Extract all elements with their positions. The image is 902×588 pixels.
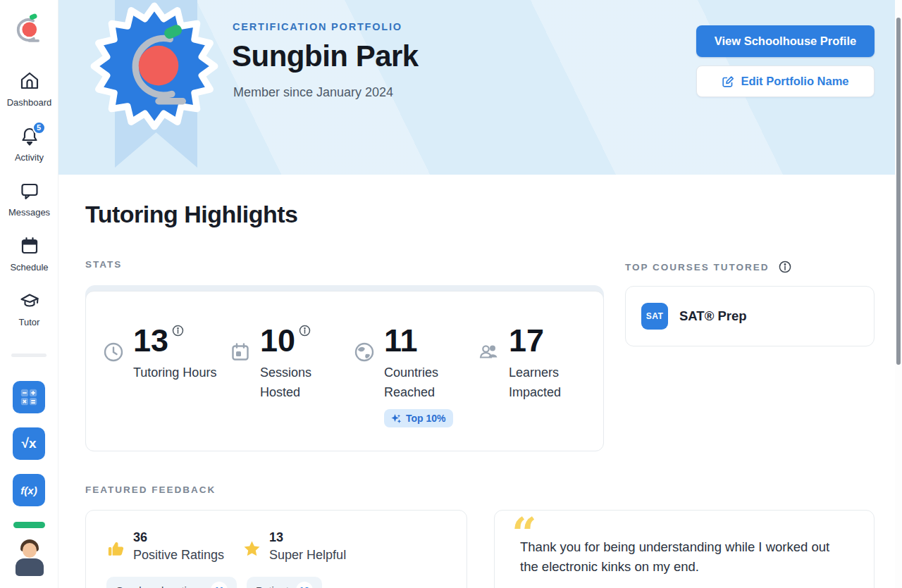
sparkle-icon: [391, 413, 402, 424]
tag-label: Good explanations: [116, 584, 204, 588]
stat-value: 13: [133, 323, 168, 359]
sidebar-item-label: Dashboard: [0, 97, 58, 108]
schoolhouse-logo-icon[interactable]: [13, 8, 45, 45]
info-icon[interactable]: [779, 261, 791, 273]
scrollbar-thumb[interactable]: [896, 18, 901, 365]
stat-sessions-hosted: 10 Sessions Hosted: [230, 323, 333, 402]
sqrt-glyph: √x: [22, 436, 37, 451]
edit-pencil-icon: [722, 75, 734, 88]
certification-badge: [87, 0, 222, 134]
stats-card-accent: 13 Tutoring Hours: [85, 285, 604, 451]
rating-value: 36: [133, 529, 224, 546]
course-name: SAT® Prep: [679, 308, 747, 324]
stats-card: 13 Tutoring Hours: [85, 291, 604, 451]
rating-value: 13: [269, 529, 346, 546]
people-icon: [478, 342, 500, 363]
stat-value: 11: [384, 323, 418, 359]
edit-portfolio-label: Edit Portfolio Name: [741, 75, 848, 88]
top-10-percent-badge: Top 10%: [384, 409, 453, 427]
stat-value: 17: [509, 323, 544, 359]
square-root-tile[interactable]: √x: [13, 427, 45, 460]
stat-label: Countries Reached: [384, 363, 457, 402]
sidebar: Dashboard 5 Activity Messages: [0, 0, 58, 588]
bell-icon: 5: [19, 125, 40, 146]
calendar-icon: [19, 235, 40, 256]
featured-feedback-label: FEATURED FEEDBACK: [85, 484, 216, 495]
stat-countries-reached: 11 Countries Reached Top 10%: [354, 323, 457, 427]
top-courses-label-text: TOP COURSES TUTORED: [625, 262, 770, 273]
grad-cap-icon: [19, 290, 40, 311]
portfolio-header: CERTIFICATION PORTFOLIO Sungbin Park Mem…: [58, 0, 902, 175]
stat-learners-impacted: 17 Learners Impacted: [478, 323, 582, 402]
sidebar-item-label: Activity: [0, 152, 58, 163]
function-tile[interactable]: f(x): [13, 474, 45, 506]
top-badge-label: Top 10%: [406, 413, 446, 424]
stat-label: Sessions Hosted: [260, 363, 333, 402]
sidebar-item-label: Tutor: [0, 317, 58, 327]
stat-label: Tutoring Hours: [133, 363, 239, 382]
member-since-text: Member since January 2024: [233, 85, 393, 100]
sidebar-item-activity[interactable]: 5 Activity: [0, 125, 58, 163]
stat-value: 10: [260, 323, 295, 359]
stat-label: Learners Impacted: [509, 363, 582, 402]
portfolio-owner-name: Sungbin Park: [232, 39, 419, 73]
clock-icon: [103, 342, 124, 363]
stats-section-label: STATS: [85, 259, 122, 270]
portfolio-page: Dashboard 5 Activity Messages: [0, 0, 902, 588]
feedback-quote-card: “ Thank you for being understanding whil…: [494, 510, 875, 588]
activity-count-badge: 5: [32, 121, 46, 135]
rating-label: Positive Ratings: [133, 546, 224, 564]
fx-glyph: f(x): [20, 484, 37, 496]
info-icon[interactable]: [299, 325, 311, 337]
positive-ratings: 36 Positive Ratings: [106, 529, 224, 564]
rating-label: Super Helpful: [269, 546, 346, 564]
sidebar-divider: [11, 354, 47, 357]
scrollbar-track: [895, 0, 902, 588]
sidebar-item-messages[interactable]: Messages: [0, 180, 58, 218]
tag-count: 11: [211, 582, 228, 588]
home-icon: [19, 70, 40, 92]
super-helpful-ratings: 13 Super Helpful: [242, 529, 346, 564]
thumbs-up-icon: [106, 539, 125, 558]
sidebar-item-schedule[interactable]: Schedule: [0, 235, 58, 273]
chat-icon: [19, 180, 40, 201]
math-operations-tile[interactable]: [13, 381, 45, 413]
green-course-tile-peek: [13, 522, 45, 528]
user-avatar[interactable]: [12, 539, 47, 576]
eyebrow-label: CERTIFICATION PORTFOLIO: [233, 21, 402, 32]
stat-tutoring-hours: 13 Tutoring Hours: [103, 323, 239, 382]
main-content: Tutoring Highlights STATS 13: [58, 175, 902, 588]
globe-icon: [354, 342, 375, 363]
feedback-stats-card: 36 Positive Ratings 13 Super Helpful: [85, 510, 467, 588]
sat-chip: SAT: [641, 303, 668, 330]
view-profile-button[interactable]: View Schoolhouse Profile: [696, 25, 875, 57]
calendar-icon: [230, 342, 251, 363]
feedback-tag: Patient 12: [247, 577, 322, 588]
view-profile-label: View Schoolhouse Profile: [715, 35, 856, 48]
top-courses-label: TOP COURSES TUTORED: [625, 261, 791, 273]
sidebar-item-label: Messages: [0, 207, 58, 218]
tag-label: Patient: [256, 584, 289, 588]
info-icon[interactable]: [172, 325, 184, 337]
tag-count: 12: [296, 582, 313, 588]
feedback-tag: Good explanations 11: [106, 577, 237, 588]
top-course-card: SAT SAT® Prep: [625, 286, 875, 346]
sidebar-item-dashboard[interactable]: Dashboard: [0, 70, 58, 108]
feedback-quote-text: Thank you for being understanding while …: [520, 537, 846, 577]
sidebar-item-tutor[interactable]: Tutor: [0, 290, 58, 327]
star-icon: [242, 539, 261, 558]
page-title: Tutoring Highlights: [85, 201, 297, 228]
edit-portfolio-name-button[interactable]: Edit Portfolio Name: [696, 65, 875, 97]
sidebar-item-label: Schedule: [0, 262, 58, 273]
